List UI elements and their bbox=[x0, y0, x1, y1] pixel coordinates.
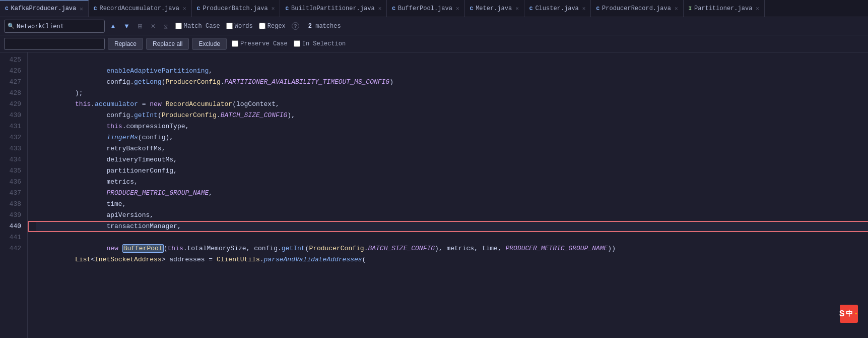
line-number-442: 442 bbox=[0, 243, 21, 254]
line-number-434: 434 bbox=[0, 154, 21, 165]
tab-icon-c8: C bbox=[596, 6, 599, 12]
preserve-case-label: Preserve Case bbox=[240, 40, 288, 47]
tab-close-6[interactable]: ✕ bbox=[515, 5, 519, 12]
words-option[interactable]: Words bbox=[226, 23, 253, 30]
tab-label-buffer-pool: BufferPool.java bbox=[398, 5, 452, 12]
line-number-435: 435 bbox=[0, 165, 21, 177]
find-word-button[interactable]: ⊞ bbox=[135, 22, 145, 31]
match-case-checkbox[interactable] bbox=[175, 23, 182, 29]
tab-close-2[interactable]: ✕ bbox=[183, 5, 186, 12]
search-next-button[interactable]: ▼ bbox=[121, 21, 132, 31]
ime-logo: S bbox=[839, 309, 845, 319]
line-number-433: 433 bbox=[0, 143, 21, 154]
words-label: Words bbox=[235, 23, 253, 30]
tab-close-8[interactable]: ✕ bbox=[675, 5, 678, 12]
exclude-button[interactable]: Exclude bbox=[192, 38, 227, 50]
tab-buffer-pool[interactable]: C BufferPool.java ✕ bbox=[387, 0, 464, 17]
code-line-428: this.accumulator = new RecordAccumulator… bbox=[36, 88, 868, 99]
tab-label-producer-batch: ProducerBatch.java bbox=[203, 5, 268, 12]
tab-icon-c4: C bbox=[285, 6, 289, 12]
tab-icon-c7: C bbox=[529, 6, 533, 12]
regex-checkbox[interactable] bbox=[259, 23, 265, 29]
filter-button[interactable]: ⧖ bbox=[161, 22, 170, 31]
line-number-432: 432 bbox=[0, 132, 21, 143]
line-number-426: 426 bbox=[0, 66, 21, 77]
line-numbers: 425 426 427 428 429 430 431 432 433 434 … bbox=[0, 52, 28, 338]
line-number-431: 431 bbox=[0, 121, 21, 132]
tab-label-record-accumulator: RecordAccumulator.java bbox=[99, 5, 179, 12]
match-case-option[interactable]: Match Case bbox=[175, 23, 220, 30]
search-prev-button[interactable]: ▲ bbox=[108, 21, 118, 31]
tab-meter[interactable]: C Meter.java ✕ bbox=[465, 0, 524, 17]
tab-kafka-producer[interactable]: C KafkaProducer.java ✕ bbox=[0, 0, 89, 17]
tab-bar: C KafkaProducer.java ✕ C RecordAccumulat… bbox=[0, 0, 868, 17]
preserve-case-option[interactable]: Preserve Case bbox=[232, 40, 288, 47]
line-number-430: 430 bbox=[0, 110, 21, 121]
tab-record-accumulator[interactable]: C RecordAccumulator.java ✕ bbox=[89, 0, 192, 17]
tab-icon-c5: C bbox=[392, 6, 395, 12]
match-case-label: Match Case bbox=[184, 23, 220, 30]
in-selection-checkbox[interactable] bbox=[294, 40, 300, 47]
search-options: Match Case Words Regex ? 2 matches bbox=[175, 22, 341, 30]
replace-input-wrapper bbox=[4, 38, 105, 50]
ime-indicator: S 中 · bbox=[840, 305, 858, 323]
tab-close-kafka-producer[interactable]: ✕ bbox=[80, 6, 83, 12]
replace-bar: Replace Replace all Exclude Preserve Cas… bbox=[0, 35, 868, 52]
tab-builtin-partitioner[interactable]: C BuiltInPartitioner.java ✕ bbox=[280, 0, 387, 17]
tab-icon-c6: C bbox=[470, 6, 474, 12]
tab-label-partitioner: Partitioner.java bbox=[694, 5, 752, 12]
words-checkbox[interactable] bbox=[226, 23, 233, 29]
code-line-438: apiVersions, bbox=[36, 199, 868, 210]
code-line-440: new BufferPool(this.totalMemorySize, con… bbox=[36, 221, 868, 232]
regex-label: Regex bbox=[268, 23, 286, 30]
ime-cn: 中 bbox=[846, 309, 853, 318]
tab-label-kafka-producer: KafkaProducer.java bbox=[11, 5, 77, 12]
code-line-436: PRODUCER_METRIC_GROUP_NAME, bbox=[36, 177, 868, 188]
clear-search-button[interactable]: ✕ bbox=[148, 22, 158, 31]
tab-icon-c2: C bbox=[94, 6, 97, 12]
search-icon: 🔍 bbox=[8, 23, 15, 29]
preserve-case-checkbox[interactable] bbox=[232, 40, 238, 47]
tab-close-3[interactable]: ✕ bbox=[272, 5, 275, 12]
tab-close-9[interactable]: ✕ bbox=[756, 5, 759, 12]
tab-partitioner[interactable]: I Partitioner.java ✕ bbox=[684, 0, 765, 17]
tab-close-7[interactable]: ✕ bbox=[582, 5, 586, 12]
line-number-437: 437 bbox=[0, 188, 21, 199]
tab-producer-record[interactable]: C ProducerRecord.java ✕ bbox=[591, 0, 683, 17]
tab-icon-c3: C bbox=[197, 6, 201, 12]
line-number-440: 440 bbox=[0, 221, 21, 232]
tab-icon-i: I bbox=[689, 6, 692, 12]
code-line-425: enableAdaptivePartitioning, bbox=[36, 54, 868, 66]
tab-icon-c: C bbox=[5, 6, 9, 12]
tab-label-meter: Meter.java bbox=[476, 5, 512, 12]
tab-label-producer-record: ProducerRecord.java bbox=[602, 5, 671, 12]
tab-close-5[interactable]: ✕ bbox=[456, 5, 459, 12]
ime-dot: · bbox=[854, 309, 859, 318]
editor-container: 425 426 427 428 429 430 431 432 433 434 … bbox=[0, 52, 868, 338]
code-content[interactable]: enableAdaptivePartitioning, config.getLo… bbox=[28, 52, 868, 338]
replace-all-button[interactable]: Replace all bbox=[146, 38, 189, 50]
tab-cluster[interactable]: C Cluster.java ✕ bbox=[524, 0, 591, 17]
in-selection-label: In Selection bbox=[302, 40, 346, 47]
replace-button[interactable]: Replace bbox=[108, 38, 143, 50]
line-number-425: 425 bbox=[0, 54, 21, 66]
replace-options: Preserve Case In Selection bbox=[232, 40, 346, 47]
search-bar: 🔍 ▲ ▼ ⊞ ✕ ⧖ Match Case Words Regex ? 2 m… bbox=[0, 17, 868, 35]
replace-input[interactable] bbox=[8, 40, 88, 47]
line-number-436: 436 bbox=[0, 177, 21, 188]
code-line-439: transactionManager, bbox=[36, 210, 868, 221]
line-number-429: 429 bbox=[0, 99, 21, 110]
code-line-441 bbox=[36, 232, 868, 243]
search-input-wrapper: 🔍 bbox=[4, 20, 105, 33]
tab-label-cluster: Cluster.java bbox=[535, 5, 578, 12]
in-selection-option[interactable]: In Selection bbox=[294, 40, 346, 47]
tab-close-4[interactable]: ✕ bbox=[378, 5, 382, 12]
line-number-441: 441 bbox=[0, 232, 21, 243]
tab-producer-batch[interactable]: C ProducerBatch.java ✕ bbox=[192, 0, 281, 17]
tab-label-builtin-partitioner: BuiltInPartitioner.java bbox=[291, 5, 375, 12]
regex-option[interactable]: Regex bbox=[259, 23, 286, 30]
line-number-438: 438 bbox=[0, 199, 21, 210]
line-number-439: 439 bbox=[0, 210, 21, 221]
search-input[interactable] bbox=[17, 23, 87, 30]
help-button[interactable]: ? bbox=[292, 22, 299, 30]
